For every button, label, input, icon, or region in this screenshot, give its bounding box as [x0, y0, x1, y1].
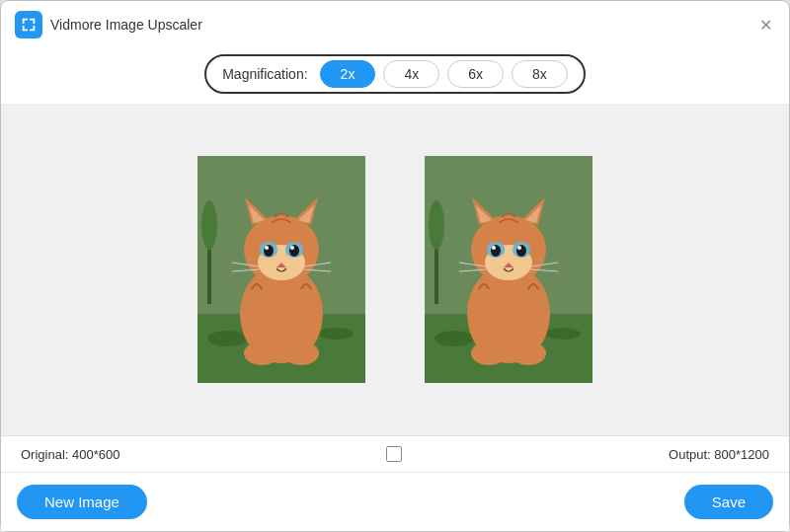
output-image-container — [425, 156, 592, 383]
svg-point-17 — [290, 246, 294, 250]
app-window: Vidmore Image Upscaler ✕ Magnification: … — [0, 0, 790, 532]
svg-point-4 — [318, 328, 354, 340]
title-bar: Vidmore Image Upscaler ✕ — [1, 1, 789, 46]
bottom-bar: New Image Save — [1, 472, 789, 531]
output-size-label: Output: 800*1200 — [669, 447, 769, 462]
magnification-bar: Magnification: 2x 4x 6x 8x — [1, 46, 789, 104]
status-bar: Original: 400*600 Output: 800*1200 — [1, 435, 789, 472]
svg-point-16 — [265, 246, 269, 250]
original-image — [198, 156, 365, 383]
svg-point-51 — [511, 342, 546, 365]
compare-checkbox[interactable] — [386, 446, 402, 462]
output-kitten-svg — [425, 156, 592, 383]
svg-point-26 — [201, 200, 217, 250]
preview-area — [1, 104, 789, 435]
new-image-button[interactable]: New Image — [17, 485, 147, 519]
svg-point-23 — [244, 342, 279, 365]
svg-point-43 — [492, 246, 496, 250]
mag-button-4x[interactable]: 4x — [383, 60, 439, 88]
svg-point-29 — [434, 331, 474, 346]
app-icon — [15, 11, 42, 38]
output-image — [425, 156, 592, 383]
save-button[interactable]: Save — [684, 485, 773, 519]
mag-button-6x[interactable]: 6x — [447, 60, 504, 88]
svg-point-31 — [545, 328, 581, 340]
original-kitten-svg — [198, 156, 365, 383]
close-button[interactable]: ✕ — [755, 15, 775, 35]
upscale-icon — [20, 16, 38, 34]
title-left: Vidmore Image Upscaler — [15, 11, 202, 38]
magnification-container: Magnification: 2x 4x 6x 8x — [204, 54, 586, 94]
svg-point-2 — [207, 331, 247, 346]
mag-button-2x[interactable]: 2x — [320, 60, 376, 88]
svg-point-44 — [517, 246, 521, 250]
svg-point-24 — [283, 342, 319, 365]
original-image-container — [198, 156, 365, 383]
magnification-label: Magnification: — [222, 66, 307, 82]
app-title: Vidmore Image Upscaler — [50, 17, 202, 33]
svg-point-50 — [471, 342, 507, 365]
original-size-label: Original: 400*600 — [21, 447, 119, 462]
mag-button-8x[interactable]: 8x — [512, 60, 568, 88]
svg-point-53 — [429, 200, 444, 250]
